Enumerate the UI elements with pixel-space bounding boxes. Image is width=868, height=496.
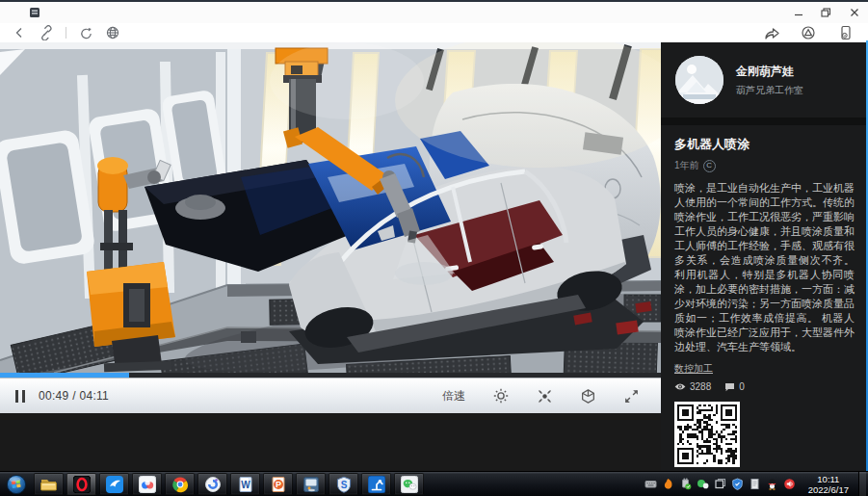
minimize-button[interactable] bbox=[784, 4, 812, 21]
post-stats: 3288 0 bbox=[674, 381, 855, 392]
license-badge: C bbox=[703, 160, 716, 172]
profile-name[interactable]: 金刚葫芦娃 bbox=[736, 64, 803, 80]
titlebar[interactable] bbox=[0, 0, 868, 23]
taskbar-item-explorer[interactable] bbox=[34, 473, 64, 495]
globe-icon bbox=[105, 25, 120, 40]
toolbar bbox=[0, 23, 868, 42]
taskbar: W P S 10:11 2022/6/17 bbox=[0, 471, 868, 496]
video-player[interactable]: 00:49 / 04:11 倍速 bbox=[0, 42, 661, 473]
svg-text:S: S bbox=[340, 479, 347, 489]
speed-button[interactable]: 倍速 bbox=[442, 388, 465, 405]
taskbar-item-opera[interactable] bbox=[66, 473, 96, 495]
progress-fill bbox=[0, 373, 129, 378]
profile-card: 金刚葫芦娃 葫芦兄弟工作室 bbox=[661, 42, 868, 125]
taskbar-item-presentation[interactable] bbox=[296, 473, 326, 495]
pause-icon bbox=[15, 390, 18, 403]
robot-arm-icon bbox=[368, 476, 385, 493]
share-button[interactable] bbox=[760, 24, 783, 41]
tray-volume-icon[interactable] bbox=[783, 478, 797, 491]
minimize-icon bbox=[794, 8, 803, 17]
orbit-3d-icon bbox=[801, 25, 816, 40]
word-doc-icon: W bbox=[237, 476, 254, 493]
pause-icon bbox=[22, 390, 25, 403]
fullscreen-icon bbox=[623, 388, 640, 405]
comments-icon bbox=[724, 382, 735, 392]
tag-link[interactable]: 数控加工 bbox=[674, 362, 713, 376]
views-count: 3288 bbox=[690, 381, 711, 392]
player-letterbox bbox=[0, 413, 661, 473]
svg-text:W: W bbox=[241, 480, 250, 490]
tray-keyboard-icon[interactable] bbox=[644, 478, 658, 491]
spotlight-button[interactable] bbox=[537, 388, 553, 405]
netdisk-icon bbox=[139, 476, 156, 493]
clock-time: 10:11 bbox=[808, 474, 849, 484]
thunder-bird-icon bbox=[106, 476, 123, 493]
orbit-3d-button[interactable] bbox=[797, 24, 820, 41]
post-description: 喷涂，是工业自动化生产中，工业机器人使用的一个常间的工作方式。传统的喷涂作业，工… bbox=[674, 181, 855, 354]
gear-icon bbox=[492, 387, 510, 405]
taskbar-item-powerpoint[interactable]: P bbox=[263, 473, 293, 495]
restore-button[interactable] bbox=[812, 4, 840, 21]
swirl-browser-icon bbox=[204, 476, 222, 493]
chrome-icon bbox=[171, 476, 189, 493]
powerpoint-icon: P bbox=[270, 476, 287, 493]
tray-qq-icon[interactable] bbox=[766, 478, 779, 491]
cube-icon bbox=[580, 388, 596, 405]
opera-icon bbox=[73, 476, 91, 493]
tray-snip-icon[interactable] bbox=[714, 478, 727, 491]
comments-count: 0 bbox=[739, 381, 745, 392]
fullscreen-button[interactable] bbox=[623, 388, 640, 405]
clock-date: 2022/6/17 bbox=[808, 484, 849, 495]
tray-sogou-icon[interactable] bbox=[662, 478, 675, 491]
profile-studio: 葫芦兄弟工作室 bbox=[736, 84, 803, 97]
taskbar-item-robot-sim[interactable] bbox=[361, 473, 391, 495]
sidebar: 金刚葫芦娃 葫芦兄弟工作室 多机器人喷涂 1年前 C 喷涂，是工业自动化生产中，… bbox=[661, 42, 868, 473]
device-preview-button[interactable] bbox=[833, 24, 856, 41]
windows-start-icon bbox=[6, 474, 27, 495]
post-title: 多机器人喷涂 bbox=[674, 136, 855, 153]
view-3d-button[interactable] bbox=[580, 388, 596, 405]
qr-code bbox=[677, 405, 737, 464]
wechat-icon bbox=[401, 476, 418, 493]
taskbar-item-chrome[interactable] bbox=[165, 473, 195, 495]
tray-wechat-icon[interactable] bbox=[697, 478, 710, 491]
taskbar-item-wechat[interactable] bbox=[394, 473, 424, 495]
show-desktop-button[interactable] bbox=[858, 472, 866, 496]
back-icon bbox=[13, 26, 26, 39]
back-button[interactable] bbox=[8, 24, 31, 41]
tray-shield-icon[interactable] bbox=[731, 478, 745, 491]
close-button[interactable] bbox=[840, 4, 868, 21]
tray-notes-icon[interactable] bbox=[749, 478, 762, 491]
views-icon bbox=[674, 382, 686, 391]
shield-s-icon: S bbox=[335, 476, 353, 493]
folder-icon bbox=[39, 476, 58, 492]
avatar-image bbox=[675, 56, 723, 104]
taskbar-item-browser-swirl[interactable] bbox=[197, 473, 227, 495]
start-button[interactable] bbox=[2, 473, 31, 496]
taskbar-item-word[interactable]: W bbox=[230, 473, 260, 495]
restore-icon bbox=[821, 8, 831, 17]
toolbar-divider bbox=[66, 27, 66, 39]
taskbar-item-shield-app[interactable]: S bbox=[329, 473, 358, 495]
taskbar-item-netdisk[interactable] bbox=[132, 473, 162, 495]
tray-usb-icon[interactable] bbox=[679, 478, 693, 491]
post-age: 1年前 bbox=[674, 159, 699, 172]
spotlight-icon bbox=[537, 388, 553, 405]
avatar[interactable] bbox=[675, 56, 723, 104]
system-tray: 10:11 2022/6/17 bbox=[644, 472, 868, 496]
progress-bar[interactable] bbox=[0, 373, 661, 378]
refresh-button[interactable] bbox=[74, 24, 97, 41]
globe-button[interactable] bbox=[101, 24, 124, 41]
desktop: 00:49 / 04:11 倍速 bbox=[0, 0, 868, 496]
post-meta: 1年前 C bbox=[674, 159, 855, 172]
taskbar-clock[interactable]: 10:11 2022/6/17 bbox=[808, 474, 849, 495]
share-icon bbox=[764, 26, 780, 40]
pause-button[interactable] bbox=[15, 390, 25, 403]
svg-text:P: P bbox=[275, 480, 280, 489]
link-button[interactable] bbox=[35, 24, 58, 41]
link-icon bbox=[39, 25, 54, 40]
settings-button[interactable] bbox=[492, 387, 510, 405]
device-preview-icon bbox=[838, 25, 853, 40]
video-frame bbox=[0, 42, 661, 373]
taskbar-item-thunder[interactable] bbox=[99, 473, 129, 495]
